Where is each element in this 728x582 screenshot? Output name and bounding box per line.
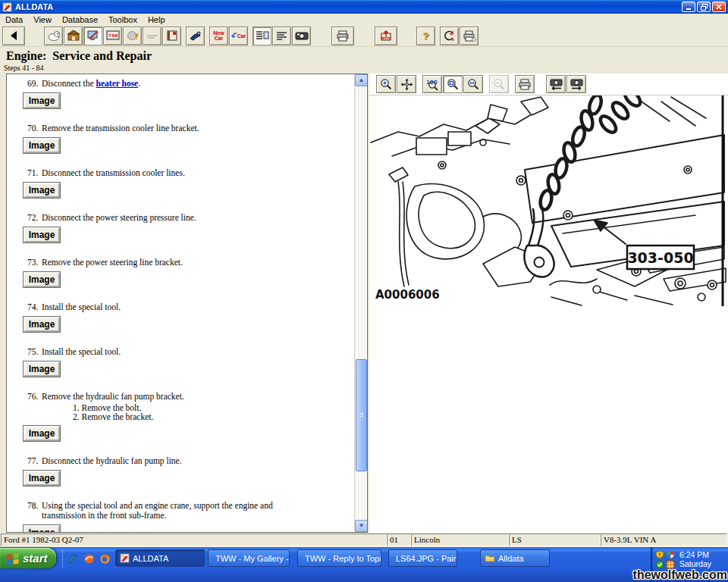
print-image-button[interactable] [515,75,535,93]
image-button[interactable]: Image [24,471,60,486]
status-engine: V8-3.9L VIN A [601,534,727,546]
tool-label: 303-050 [627,249,693,266]
task-alldata[interactable]: ALLDATA [115,549,205,567]
tray-time: 6:24 PM [679,550,711,559]
text-image-view-icon [256,30,269,41]
back-button[interactable] [2,27,25,45]
quicklaunch-icon-2[interactable] [83,553,95,565]
refresh-button[interactable] [440,27,459,45]
alldata-task-icon [120,553,130,563]
fit-width-button[interactable] [463,75,483,93]
shop-icon [67,30,80,42]
scroll-down-arrow[interactable]: ▼ [355,520,368,532]
task-alldata-folder[interactable]: Alldata [480,549,550,567]
car-icon: Car [237,33,246,39]
fetch-button[interactable] [44,27,63,45]
library-button[interactable] [162,27,181,45]
car-history-button[interactable]: Car [229,27,248,45]
fit-window-icon [447,78,460,91]
zoom-100-button[interactable]: 100 [422,75,442,93]
help-button[interactable]: ? [416,27,435,45]
view-image-button[interactable] [292,27,311,45]
substeps: 1. Remove the bolt. 2. Remove the bracke… [73,403,354,421]
title-bar: ALLDATA [0,0,728,14]
step-number: 76. [27,392,42,402]
parts-button[interactable]: ? [123,27,142,45]
task-label: LS64.JPG - Paint [396,554,457,563]
step-text: Disconnect the hydraulic fan pump line. [42,456,182,466]
start-button[interactable]: start [0,548,56,568]
view-text-button[interactable] [272,27,291,45]
task-paint[interactable]: LS64.JPG - Paint [388,549,457,567]
quicklaunch-icon-1[interactable] [67,553,79,565]
tray-ball-icon[interactable] [666,550,675,559]
fit-window-button[interactable] [443,75,463,93]
hand-tool-icon [189,30,202,42]
substep-2: 2. Remove the bracket. [73,412,354,421]
print-setup-button[interactable] [460,27,479,45]
step-text: Remove the hydraulic fan pump bracket. [42,392,184,402]
step-75: 75.Install the special tool. [27,347,354,357]
next-image-button[interactable] [566,75,586,93]
minimize-button[interactable] [682,2,695,12]
menu-data[interactable]: Data [0,14,28,25]
zoom-in-button[interactable] [376,75,396,93]
menu-toolbox[interactable]: Toolbox [103,14,143,25]
step-text: Disconnect the heater hose. [42,79,140,89]
step-69: 69.Disconnect the heater hose. [27,79,354,89]
notes-button[interactable]: NOTE [375,27,397,45]
status-model: LS [509,534,601,546]
step-text: Install the special tool. [42,347,121,357]
refresh-icon [443,30,456,42]
step-text: Remove the power steering line bracket. [42,258,183,268]
heater-hose-link[interactable]: heater hose [96,79,139,88]
menu-database[interactable]: Database [57,14,103,25]
fit-width-icon [467,78,480,91]
taskbar: start ALLDATA TWW - My Gallery - M... TW… [0,547,728,582]
tray-day: Saturday [679,559,711,568]
app-icon [2,2,12,12]
start-label: start [23,552,48,565]
shield-icon[interactable] [655,550,664,559]
image-button[interactable]: Image [24,317,60,332]
repair-button[interactable] [83,27,102,45]
tsb-button[interactable]: 750 [103,27,122,45]
zoom-100-icon: 100 [425,78,439,91]
alldata-window: ALLDATA Data View Database Toolbox Help … [0,0,728,582]
task-label: ALLDATA [133,554,168,563]
image-button[interactable]: Image [24,361,60,377]
view-text-image-button[interactable] [253,27,271,45]
scroll-thumb[interactable] [356,359,367,471]
task-firefox-reply[interactable]: TWW - Reply to Topic... [297,549,381,567]
new-car-button[interactable]: NewCar [209,27,228,45]
image-button[interactable]: Image [24,525,60,532]
substep-1: 1. Remove the bolt. [73,403,354,412]
diagram-image: 303-050 A0006006 [369,95,728,305]
restore-button[interactable] [697,2,711,12]
image-button[interactable]: Image [24,138,60,153]
shop-button[interactable] [64,27,83,45]
article-scrollbar[interactable]: ▲ ▼ [354,74,367,532]
image-button[interactable]: Image [24,183,60,198]
pan-button[interactable] [397,75,416,93]
scroll-up-arrow[interactable]: ▲ [355,74,368,86]
quicklaunch-icon-3[interactable] [99,553,111,565]
menu-help[interactable]: Help [143,14,171,25]
print-button[interactable] [331,27,354,45]
step-number: 71. [27,168,42,178]
step-77: 77.Disconnect the hydraulic fan pump lin… [27,456,354,466]
image-button[interactable]: Image [24,426,60,441]
image-button[interactable]: Image [24,227,60,242]
task-firefox-gallery[interactable]: TWW - My Gallery - M... [208,549,290,567]
menu-view[interactable]: View [28,14,57,25]
tools-button[interactable] [186,27,205,45]
folder-icon [485,554,495,563]
prev-image-button[interactable] [546,75,566,93]
step-70: 70.Remove the transmission cooler line b… [27,124,354,133]
image-button[interactable]: Image [24,272,60,287]
task-label: TWW - My Gallery - M... [215,554,290,563]
windows-flag-icon [6,552,20,565]
close-button[interactable] [712,2,726,12]
printer-icon [518,79,532,90]
image-button[interactable]: Image [24,93,60,108]
